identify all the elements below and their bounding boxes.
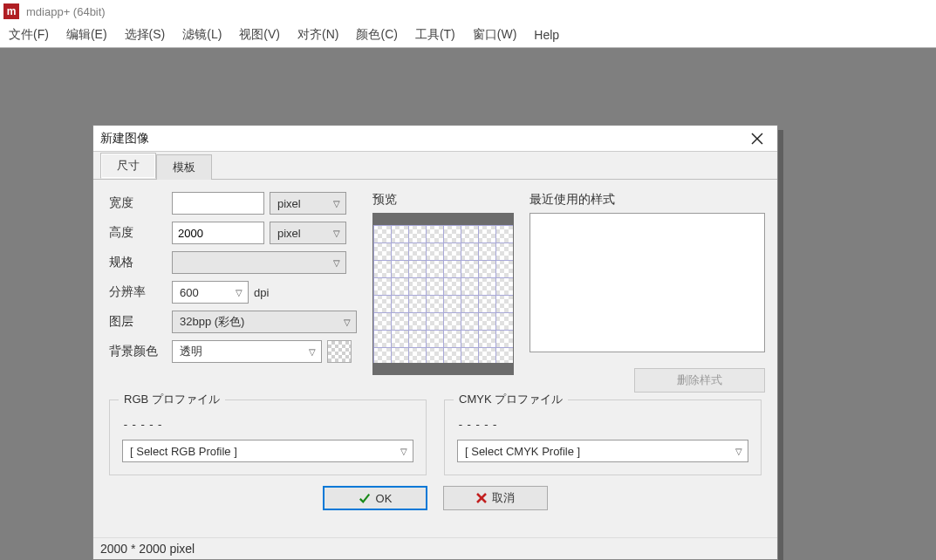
preview-box <box>372 213 514 375</box>
menu-tools[interactable]: 工具(T) <box>415 27 455 43</box>
menu-file[interactable]: 文件(F) <box>9 27 49 43</box>
delete-style-button[interactable]: 删除样式 <box>634 368 765 393</box>
dpi-label: 分辨率 <box>109 284 172 300</box>
check-icon <box>359 492 371 504</box>
dialog-titlebar[interactable]: 新建图像 <box>93 126 777 152</box>
cmyk-profile-dash: ----- <box>457 418 748 431</box>
spec-label: 规格 <box>109 255 172 270</box>
preview-label: 预览 <box>372 192 514 208</box>
recent-column: 最近使用的样式 删除样式 <box>529 192 765 393</box>
tabstrip: 尺寸 模板 <box>93 152 777 180</box>
chevron-down-icon: ▽ <box>309 347 316 357</box>
recent-label: 最近使用的样式 <box>529 192 765 208</box>
rgb-profile-combo[interactable]: [ Select RGB Profile ] ▽ <box>122 440 413 462</box>
x-icon <box>476 493 487 503</box>
dialog-title: 新建图像 <box>100 131 149 147</box>
new-image-dialog: 新建图像 尺寸 模板 宽度 pixel ▽ 高度 <box>92 125 778 560</box>
menu-view[interactable]: 视图(V) <box>239 27 280 43</box>
height-label: 高度 <box>109 225 172 241</box>
chevron-down-icon: ▽ <box>333 258 340 268</box>
tab-template[interactable]: 模板 <box>156 154 212 180</box>
rgb-profile-title: RGB プロファイル <box>119 392 225 407</box>
dpi-combo[interactable]: 600 ▽ <box>172 281 249 304</box>
form-column: 宽度 pixel ▽ 高度 pixel ▽ 规格 <box>109 192 357 393</box>
chevron-down-icon: ▽ <box>333 199 340 208</box>
cmyk-profile-title: CMYK プロファイル <box>454 392 568 407</box>
cmyk-profile-group: CMYK プロファイル ----- [ Select CMYK Profile … <box>444 400 762 475</box>
dpi-unit: dpi <box>254 286 269 299</box>
cancel-button[interactable]: 取消 <box>443 486 548 510</box>
chevron-down-icon: ▽ <box>735 447 742 456</box>
recent-list[interactable] <box>529 213 765 352</box>
menu-edit[interactable]: 编辑(E) <box>66 27 107 43</box>
chevron-down-icon: ▽ <box>344 318 351 327</box>
menu-window[interactable]: 窗口(W) <box>473 27 517 43</box>
dpi-value: 600 <box>180 286 199 299</box>
titlebar: m mdiapp+ (64bit) <box>0 0 936 23</box>
close-icon[interactable] <box>744 128 770 149</box>
rgb-profile-dash: ----- <box>122 418 413 431</box>
ok-button[interactable]: OK <box>323 486 427 510</box>
spec-combo[interactable]: ▽ <box>172 251 346 274</box>
layer-label: 图层 <box>109 314 172 330</box>
bg-combo[interactable]: 透明 ▽ <box>172 340 322 363</box>
cancel-label: 取消 <box>492 490 515 506</box>
bg-value: 透明 <box>180 344 202 359</box>
menu-help[interactable]: Help <box>534 28 559 42</box>
app-title: mdiapp+ (64bit) <box>26 5 106 18</box>
height-unit-value: pixel <box>277 227 301 240</box>
bg-label: 背景颜色 <box>109 344 172 359</box>
dialog-body: 宽度 pixel ▽ 高度 pixel ▽ 规格 <box>93 180 777 537</box>
chevron-down-icon: ▽ <box>400 447 407 456</box>
height-unit-combo[interactable]: pixel ▽ <box>270 222 346 244</box>
menu-select[interactable]: 选择(S) <box>125 27 166 43</box>
chevron-down-icon: ▽ <box>333 229 340 238</box>
dialog-status: 2000 * 2000 pixel <box>93 537 777 559</box>
menu-color[interactable]: 颜色(C) <box>356 27 397 43</box>
cmyk-profile-combo[interactable]: [ Select CMYK Profile ] ▽ <box>457 440 748 462</box>
height-input[interactable] <box>172 222 264 244</box>
width-unit-combo[interactable]: pixel ▽ <box>270 192 346 215</box>
menu-align[interactable]: 对齐(N) <box>297 27 338 43</box>
rgb-profile-group: RGB プロファイル ----- [ Select RGB Profile ] … <box>109 400 427 475</box>
preview-grid <box>373 225 513 363</box>
menubar: 文件(F) 编辑(E) 选择(S) 滤镜(L) 视图(V) 对齐(N) 颜色(C… <box>0 23 936 47</box>
width-label: 宽度 <box>109 195 172 211</box>
rgb-profile-value: [ Select RGB Profile ] <box>130 445 237 458</box>
app-icon: m <box>3 3 19 19</box>
width-input[interactable] <box>172 192 264 215</box>
menu-filter[interactable]: 滤镜(L) <box>182 27 222 43</box>
bg-swatch[interactable] <box>327 340 352 363</box>
layer-combo[interactable]: 32bpp (彩色) ▽ <box>172 311 357 333</box>
cmyk-profile-value: [ Select CMYK Profile ] <box>465 445 580 458</box>
width-unit-value: pixel <box>277 197 301 210</box>
footer-buttons: OK 取消 <box>109 486 762 510</box>
chevron-down-icon: ▽ <box>236 288 243 297</box>
ok-label: OK <box>376 492 393 505</box>
layer-value: 32bpp (彩色) <box>180 314 244 330</box>
tab-size[interactable]: 尺寸 <box>100 153 156 179</box>
preview-column: 预览 <box>372 192 514 393</box>
